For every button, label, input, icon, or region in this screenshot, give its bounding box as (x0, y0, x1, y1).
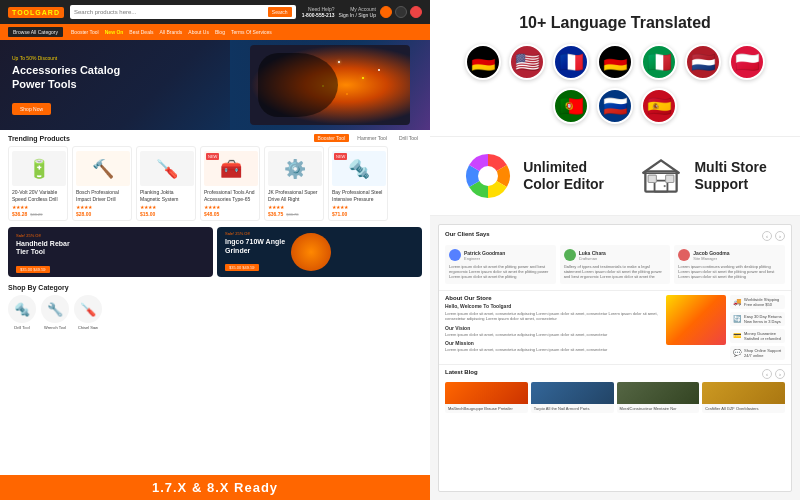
category-icon-chisel: 🪛 (74, 295, 102, 323)
blog-prev[interactable]: ‹ (762, 369, 772, 379)
product-card[interactable]: 🔨 Bosch Professional Impact Driver Drill… (72, 146, 132, 221)
price-new: $71.00 (332, 211, 347, 217)
about-body: Lorem ipsum dolor sit amet, consectetur … (445, 311, 662, 322)
testimonials-prev[interactable]: ‹ (762, 231, 772, 241)
product-image: 🔨 (76, 151, 130, 186)
all-categories-nav[interactable]: Browse All Category (8, 27, 63, 37)
blog-next[interactable]: › (775, 369, 785, 379)
about-title: About Our Store (445, 295, 662, 301)
shipping-icon: 🚚 (733, 298, 742, 306)
price-new: $36.28 (12, 211, 27, 217)
nav-newon[interactable]: New On (105, 29, 124, 35)
testimonial-card-1: Patrick Goodman Engineer Lorem ipsum dol… (445, 245, 556, 284)
category-label-wrench: Wrench Tool (44, 325, 66, 330)
promo-card-1[interactable]: Sale! 25% Off Handheld RebarTier Tool $3… (8, 227, 213, 277)
language-flags: 🇩🇪 🇺🇸 🇫🇷 🇩🇪 🇮🇹 🇳🇱 🇵🇱 🇵🇹 🇷🇺 🇪🇸 (446, 44, 784, 124)
flag-pt[interactable]: 🇵🇹 (553, 88, 589, 124)
wishlist-icon[interactable] (380, 6, 392, 18)
nav-bestdeals[interactable]: Best Deals (129, 29, 153, 35)
badge-returns: 🔄 Easy 30 Day Returns New Items in 3 Day… (730, 312, 785, 326)
product-name: Professional Tools And Accessories Type-… (204, 189, 256, 202)
avatar-2 (564, 249, 576, 261)
blog-card-2[interactable]: Turpio All the Nail Armord Parts (531, 382, 614, 413)
category-icons: 🔩 Drill Tool 🔧 Wrench Tool 🪛 Chisel Saw (0, 293, 430, 332)
blog-image-2 (531, 382, 614, 404)
compare-icon[interactable] (410, 6, 422, 18)
tab-hammer[interactable]: Hammer Tool (353, 134, 391, 142)
nav-allbrands[interactable]: All Brands (160, 29, 183, 35)
blog-card-4[interactable]: Craftifier All GZF Overblasters (702, 382, 785, 413)
lang-title: 10+ Language Translated (446, 14, 784, 32)
flag-it[interactable]: 🇮🇹 (641, 44, 677, 80)
search-button[interactable]: Search (268, 7, 292, 17)
mini-testimonials: Our Client Says ‹ › Patrick Goodman Engi… (439, 225, 791, 291)
blog-text-2: Turpio All the Nail Armord Parts (531, 404, 614, 413)
testimonials-next[interactable]: › (775, 231, 785, 241)
price-new: $48.05 (204, 211, 219, 217)
site-search[interactable]: Search (70, 5, 296, 19)
nav-blog[interactable]: Blog (215, 29, 225, 35)
flag-nl[interactable]: 🇳🇱 (685, 44, 721, 80)
svg-point-6 (664, 185, 666, 187)
color-wheel-icon (463, 151, 513, 201)
product-image: ⚙️ (268, 151, 322, 186)
blog-title: Latest Blog (445, 369, 478, 375)
nav-links: Booster Tool New On Best Deals All Brand… (71, 29, 272, 35)
hero-cta-button[interactable]: Shop Now (12, 103, 51, 115)
blog-image-1 (445, 382, 528, 404)
review-text-3: Lorem ipsum continues working with deskt… (678, 264, 781, 280)
reviewer-3: Jacob Goodma Site Manager (678, 249, 781, 261)
blog-text-4: Craftifier All GZF Overblasters (702, 404, 785, 413)
search-input[interactable] (74, 9, 268, 15)
product-card[interactable]: ⚙️ JK Professional Super Drive All Right… (264, 146, 324, 221)
header-right: Need Help? 1-800-555-213 My Account Sign… (302, 6, 422, 18)
product-stars: ★★★★ (268, 204, 320, 210)
trending-title: Trending Products (8, 135, 70, 142)
product-card[interactable]: 🔋 20-Volt 20V Variable Speed Cordless Dr… (8, 146, 68, 221)
category-section-header: Shop By Category (0, 281, 430, 293)
product-price: $36.75 $36.78 (268, 211, 320, 217)
category-title: Shop By Category (8, 284, 69, 291)
flag-de[interactable]: 🇩🇪 (465, 44, 501, 80)
tab-drill[interactable]: Drill Tool (395, 134, 422, 142)
blog-image-4 (702, 382, 785, 404)
color-editor-title: UnlimitedColor Editor (523, 159, 604, 193)
blog-card-3[interactable]: MoralConstructeur Mentaire Nor (617, 382, 700, 413)
product-card[interactable]: 🪛 Planking Jokita Magnetic System Profes… (136, 146, 196, 221)
product-name: Bay Professional Steel Intensive Pressur… (332, 189, 384, 202)
flag-es[interactable]: 🇪🇸 (641, 88, 677, 124)
flag-pl[interactable]: 🇵🇱 (729, 44, 765, 80)
flag-us[interactable]: 🇺🇸 (509, 44, 545, 80)
mission-title: Our Mission (445, 340, 662, 346)
nav-booster[interactable]: Booster Tool (71, 29, 99, 35)
category-item[interactable]: 🔩 Drill Tool (8, 295, 36, 330)
flag-de2[interactable]: 🇩🇪 (597, 44, 633, 80)
promo-card-2[interactable]: Sale! 25% Off Ingco 710W AngleGrinder $3… (217, 227, 422, 277)
about-worker-image (666, 295, 726, 345)
promo-title-1: Handheld RebarTier Tool (16, 240, 205, 257)
left-panel: TOOLGARD Search Need Help? 1-800-555-213… (0, 0, 430, 500)
blog-card-1[interactable]: MaßtechBaugruppe Brause Pretailer (445, 382, 528, 413)
color-editor-text: UnlimitedColor Editor (523, 159, 604, 193)
nav-aboutus[interactable]: About Us (188, 29, 209, 35)
category-item[interactable]: 🔧 Wrench Tool (41, 295, 69, 330)
product-card[interactable]: 🧰 NEW Professional Tools And Accessories… (200, 146, 260, 221)
product-name: JK Professional Super Drive All Right Pr… (268, 189, 320, 202)
flag-ru[interactable]: 🇷🇺 (597, 88, 633, 124)
svg-point-1 (478, 166, 498, 186)
promo-btn-1[interactable]: $35.00 $49.59 (16, 266, 50, 273)
product-card[interactable]: 🔩 NEW Bay Professional Steel Intensive P… (328, 146, 388, 221)
hero-content: Up To 50% Discount Accessories CatalogPo… (12, 55, 120, 114)
nav-terms[interactable]: Terms Of Services (231, 29, 272, 35)
product-image-wrap: 🔩 NEW (332, 151, 384, 186)
category-label-chisel: Chisel Saw (78, 325, 98, 330)
tab-booster[interactable]: Booster Tool (314, 134, 350, 142)
flag-fr[interactable]: 🇫🇷 (553, 44, 589, 80)
promo-btn-2[interactable]: $35.00 $49.59 (225, 264, 259, 271)
category-item[interactable]: 🪛 Chisel Saw (74, 295, 102, 330)
site-nav: Browse All Category Booster Tool New On … (0, 24, 430, 40)
cart-icon[interactable] (395, 6, 407, 18)
hero-discount: Up To 50% Discount (12, 55, 120, 61)
grinder-image (250, 45, 410, 125)
price-new: $15.00 (140, 211, 155, 217)
